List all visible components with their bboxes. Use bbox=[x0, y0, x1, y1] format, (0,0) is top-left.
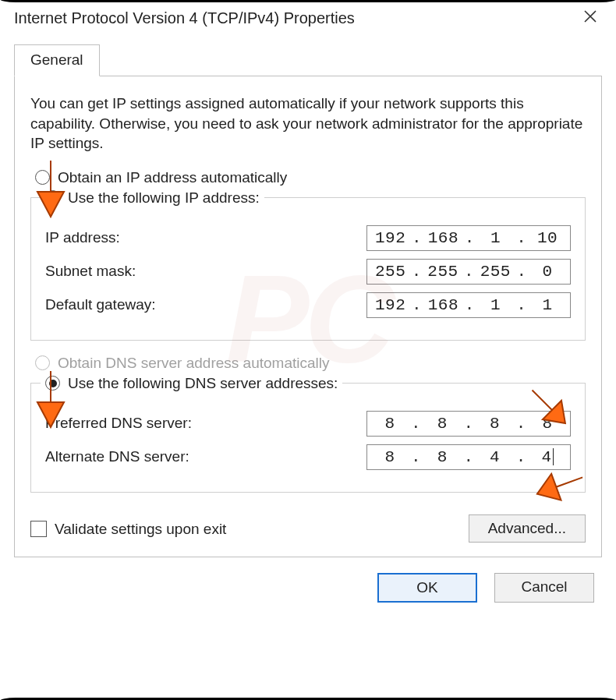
radio-icon bbox=[35, 170, 50, 185]
default-gateway-label: Default gateway: bbox=[45, 296, 156, 313]
subnet-mask-input[interactable]: 255. 255. 255. 0 bbox=[366, 259, 571, 285]
alternate-dns-input[interactable]: 8. 8. 4. 4 bbox=[366, 444, 571, 470]
advanced-button[interactable]: Advanced... bbox=[469, 514, 586, 543]
cancel-button[interactable]: Cancel bbox=[494, 573, 594, 603]
radio-dns-auto: Obtain DNS server address automatically bbox=[35, 355, 586, 372]
radio-dns-manual-label: Use the following DNS server addresses: bbox=[68, 375, 338, 392]
default-gateway-input[interactable]: 192. 168. 1. 1 bbox=[366, 292, 571, 318]
tab-panel-general: You can get IP settings assigned automat… bbox=[14, 76, 602, 557]
ip-address-label: IP address: bbox=[45, 229, 120, 246]
tabstrip: General bbox=[14, 44, 602, 76]
dialog-footer: OK Cancel bbox=[0, 567, 616, 620]
ok-button[interactable]: OK bbox=[377, 573, 477, 603]
radio-dns-auto-label: Obtain DNS server address automatically bbox=[58, 355, 329, 372]
intro-text: You can get IP settings assigned automat… bbox=[30, 94, 586, 154]
radio-icon bbox=[35, 355, 50, 370]
radio-ip-auto[interactable]: Obtain an IP address automatically bbox=[35, 169, 586, 186]
alternate-dns-label: Alternate DNS server: bbox=[45, 448, 189, 465]
validate-checkbox[interactable]: Validate settings upon exit bbox=[30, 521, 226, 538]
subnet-mask-label: Subnet mask: bbox=[45, 263, 136, 280]
ip-address-input[interactable]: 192. 168. 1. 10 bbox=[366, 225, 571, 251]
group-ip-manual: Use the following IP address: IP address… bbox=[30, 189, 586, 341]
radio-icon bbox=[45, 376, 60, 391]
close-icon[interactable] bbox=[579, 8, 602, 28]
radio-icon bbox=[45, 190, 60, 205]
decorative-notch-top bbox=[0, 0, 616, 2]
radio-ip-manual[interactable]: Use the following IP address: bbox=[45, 189, 260, 207]
preferred-dns-input[interactable]: 8. 8. 8. 8 bbox=[366, 411, 571, 437]
radio-ip-auto-label: Obtain an IP address automatically bbox=[58, 169, 287, 186]
radio-dns-manual[interactable]: Use the following DNS server addresses: bbox=[45, 375, 338, 392]
checkbox-icon bbox=[30, 521, 47, 537]
titlebar: Internet Protocol Version 4 (TCP/IPv4) P… bbox=[0, 0, 616, 33]
tab-general[interactable]: General bbox=[14, 44, 100, 76]
window-title: Internet Protocol Version 4 (TCP/IPv4) P… bbox=[14, 9, 355, 27]
group-dns-manual: Use the following DNS server addresses: … bbox=[30, 375, 586, 493]
radio-ip-manual-label: Use the following IP address: bbox=[68, 189, 260, 207]
preferred-dns-label: Preferred DNS server: bbox=[45, 415, 192, 432]
validate-label: Validate settings upon exit bbox=[55, 521, 226, 538]
